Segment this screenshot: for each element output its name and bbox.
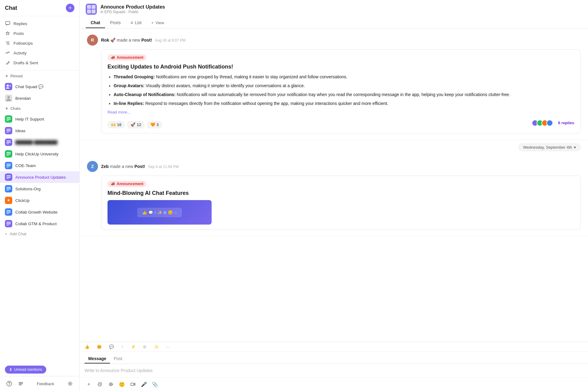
sidebar-item-drafts[interactable]: Drafts & Sent xyxy=(0,58,79,68)
svg-rect-11 xyxy=(6,130,11,131)
toolbar-plus-icon[interactable]: + xyxy=(85,380,93,389)
toolbar-action-icon-msg[interactable]: 💬 xyxy=(107,343,116,350)
add-new-button[interactable]: + xyxy=(66,4,74,12)
toolbar-action-icon-thumbs[interactable]: 👍 xyxy=(82,343,92,350)
sidebar-header: Chat + xyxy=(0,0,79,16)
svg-rect-24 xyxy=(6,178,9,179)
input-area: 👍 😊 💬 ↑ ⚡ ⊙ ✨ ··· Message Post Write to … xyxy=(80,342,588,391)
svg-rect-10 xyxy=(6,129,11,130)
sidebar-item-solutions-org[interactable]: Solutions-Org xyxy=(0,183,79,195)
message-input-placeholder[interactable]: Write to Announce Product Updates xyxy=(80,364,588,377)
sidebar-item-activity[interactable]: Activity xyxy=(0,48,79,58)
sidebar-item-collab-growth[interactable]: Collab Growth Website xyxy=(0,206,79,218)
settings-icon[interactable] xyxy=(66,379,74,388)
toolbar-action-icon-star[interactable]: ✨ xyxy=(151,343,161,350)
main-tabs: Chat Posts ≡ List + View xyxy=(86,18,582,28)
solutions-org-name: Solutions-Org xyxy=(15,187,74,191)
reaction-heart[interactable]: 🧡 3 xyxy=(147,121,162,128)
drafts-icon xyxy=(5,60,10,65)
message-header-2: Z Zeb made a new Post! Sep 4 at 11:58 PM xyxy=(87,161,581,172)
toolbar-action-icon-upload[interactable]: ↑ xyxy=(119,343,126,350)
pinned-section-header[interactable]: ▼ Pinned xyxy=(0,72,79,81)
svg-rect-21 xyxy=(6,167,9,167)
chats-section-header[interactable]: ▼ Chats xyxy=(0,104,79,113)
sidebar-title: Chat xyxy=(5,5,17,11)
input-tab-message[interactable]: Message xyxy=(85,354,110,363)
svg-point-5 xyxy=(9,85,11,87)
sidebar-item-chat-squad[interactable]: Chat Squad 💬 xyxy=(0,81,79,92)
collab-gtm-name: Collab GTM & Product xyxy=(15,222,74,226)
tab-add-view[interactable]: + View xyxy=(146,18,169,28)
toolbar-at-icon[interactable]: @ xyxy=(96,380,104,389)
help-icon[interactable] xyxy=(5,379,13,388)
add-chat-icon: + xyxy=(5,232,7,236)
svg-rect-18 xyxy=(6,155,9,156)
help-it-name: Help IT Support xyxy=(15,117,74,121)
reaction-rocket[interactable]: 🚀 12 xyxy=(127,121,144,128)
read-more-link[interactable]: Read more... xyxy=(107,110,574,114)
announcement-badge-1: 📣 Announcement xyxy=(107,54,146,61)
rok-avatar: R xyxy=(87,35,98,46)
chats-chevron-icon: ▼ xyxy=(5,106,9,111)
help-clickup-avatar xyxy=(5,150,12,158)
tab-list[interactable]: ≡ List xyxy=(126,18,146,28)
add-chat-label: Add Chat xyxy=(10,232,26,236)
list-item: Group Avatars: Visually distinct avatars… xyxy=(114,83,574,89)
add-chat-button[interactable]: + Add Chat xyxy=(0,229,79,238)
toolbar-action-icon-bolt[interactable]: ⚡ xyxy=(128,343,138,350)
announce-avatar xyxy=(5,173,12,181)
sidebar-section: ▼ Pinned Chat Squad 💬 Brendan ▼ Chats He… xyxy=(0,70,79,363)
sidebar-item-followups[interactable]: FollowUps xyxy=(0,38,79,48)
brendan-name: Brendan xyxy=(15,96,74,101)
date-pill[interactable]: Wednesday, September 4th ▾ xyxy=(518,143,581,151)
unread-mentions-button[interactable]: ⬇ Unread mentions xyxy=(5,366,46,374)
toolbar-action-icon-circle[interactable]: ⊙ xyxy=(141,343,149,350)
post-title-1: Exciting Updates to Android Push Notific… xyxy=(107,64,574,70)
toolbar-mic-icon[interactable]: 🎤 xyxy=(140,380,148,389)
toolbar-action-icon-more[interactable]: ··· xyxy=(164,343,172,350)
sidebar-item-posts[interactable]: Posts xyxy=(0,28,79,38)
message-block-1: R Rok 🚀 made a new Post! Aug 30 at 9:07 … xyxy=(80,28,588,140)
toolbar-mention-icon[interactable] xyxy=(107,380,115,389)
sidebar-item-announce[interactable]: Announce Product Updates xyxy=(0,171,79,183)
unread-down-icon: ⬇ xyxy=(9,367,12,372)
input-tab-post[interactable]: Post xyxy=(110,354,126,363)
reaction-clap[interactable]: 🙌 16 xyxy=(107,121,125,128)
svg-rect-12 xyxy=(6,132,9,132)
reply-count: 6 replies xyxy=(558,121,574,125)
drafts-label: Drafts & Sent xyxy=(13,61,38,65)
posts-label: Posts xyxy=(13,31,24,36)
svg-rect-31 xyxy=(6,222,11,223)
sidebar-item-ideas[interactable]: Ideas xyxy=(0,125,79,136)
sidebar-item-coe-team[interactable]: COE-Team xyxy=(0,160,79,171)
toolbar-video-icon[interactable] xyxy=(129,380,137,389)
svg-rect-41 xyxy=(131,383,134,385)
sidebar-item-help-it[interactable]: Help IT Support xyxy=(0,113,79,125)
list-icon-tab: ≡ xyxy=(130,20,133,25)
svg-rect-16 xyxy=(6,152,11,153)
svg-rect-26 xyxy=(6,188,11,189)
chat-squad-avatar xyxy=(5,83,12,90)
msg-highlight-1: Post! xyxy=(141,38,152,43)
heart-count: 3 xyxy=(156,122,159,127)
sidebar-item-brendan[interactable]: Brendan xyxy=(0,92,79,104)
sidebar-item-collab-gtm[interactable]: Collab GTM & Product xyxy=(0,218,79,229)
channel-info: Announce Product Updates in EPD Squads ·… xyxy=(86,4,582,15)
tab-chat[interactable]: Chat xyxy=(86,18,105,28)
tab-posts[interactable]: Posts xyxy=(105,18,126,28)
replies-info[interactable]: 6 replies xyxy=(532,120,574,126)
sidebar-item-clickup[interactable]: ClickUp xyxy=(0,195,79,206)
list-icon[interactable] xyxy=(17,379,25,388)
toolbar-attach-icon[interactable]: 📎 xyxy=(151,380,159,389)
svg-rect-23 xyxy=(6,177,11,178)
toolbar-emoji-icon[interactable]: 🙂 xyxy=(118,380,126,389)
toolbar-icons-preview: 👍 💬 ↑ ✨ ⊙ 😊 ··· xyxy=(142,210,177,215)
date-divider: Wednesday, September 4th ▾ xyxy=(80,140,588,155)
sidebar-item-replies[interactable]: Replies xyxy=(0,19,79,28)
toolbar-action-icon-emoji[interactable]: 😊 xyxy=(94,343,104,350)
svg-rect-37 xyxy=(19,385,22,385)
msg-meta-1: Rok 🚀 made a new Post! Aug 30 at 9:07 PM xyxy=(101,38,581,43)
svg-rect-22 xyxy=(6,175,11,176)
sidebar-item-help-clickup[interactable]: Help ClickUp University xyxy=(0,148,79,160)
sidebar-item-blurred[interactable]: ██████ ████████ xyxy=(0,136,79,148)
